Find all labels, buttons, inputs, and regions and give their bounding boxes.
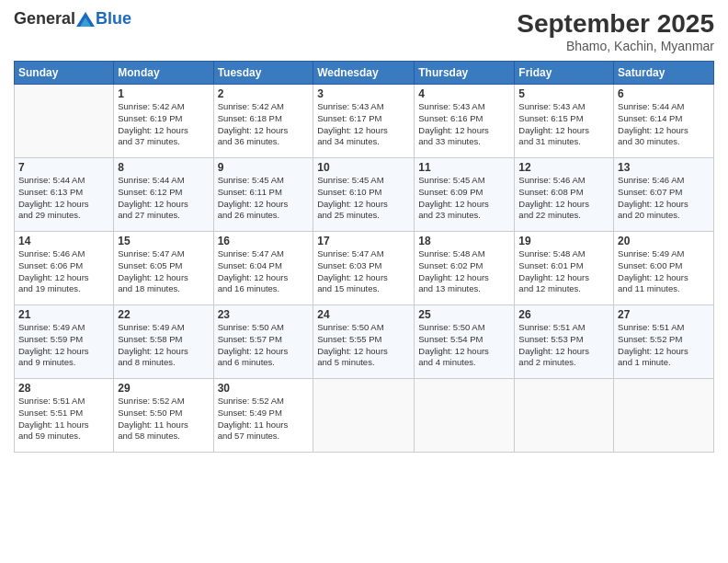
day-number: 23 xyxy=(218,308,310,321)
calendar-table: SundayMondayTuesdayWednesdayThursdayFrid… xyxy=(14,61,714,453)
col-header-wednesday: Wednesday xyxy=(313,62,415,85)
page: General Blue September 2025 Bhamo, Kachi… xyxy=(0,0,728,563)
week-row-3: 14Sunrise: 5:46 AM Sunset: 6:06 PM Dayli… xyxy=(15,232,714,305)
day-number: 22 xyxy=(118,308,209,321)
week-row-2: 7Sunrise: 5:44 AM Sunset: 6:13 PM Daylig… xyxy=(15,158,714,232)
day-info: Sunrise: 5:45 AM Sunset: 6:11 PM Dayligh… xyxy=(218,175,310,222)
day-number: 3 xyxy=(317,87,410,100)
day-number: 9 xyxy=(218,161,310,174)
calendar-cell: 30Sunrise: 5:52 AM Sunset: 5:49 PM Dayli… xyxy=(213,379,313,453)
day-number: 4 xyxy=(418,87,510,100)
calendar-cell: 5Sunrise: 5:43 AM Sunset: 6:15 PM Daylig… xyxy=(515,85,614,158)
day-number: 16 xyxy=(218,235,310,247)
day-number: 6 xyxy=(618,87,710,100)
calendar-cell: 16Sunrise: 5:47 AM Sunset: 6:04 PM Dayli… xyxy=(213,232,313,305)
calendar-cell: 20Sunrise: 5:49 AM Sunset: 6:00 PM Dayli… xyxy=(614,232,714,305)
day-info: Sunrise: 5:48 AM Sunset: 6:02 PM Dayligh… xyxy=(418,248,510,295)
calendar-cell: 2Sunrise: 5:42 AM Sunset: 6:18 PM Daylig… xyxy=(213,85,313,158)
title-block: September 2025 Bhamo, Kachin, Myanmar xyxy=(517,9,714,53)
day-number: 25 xyxy=(418,308,510,321)
logo: General Blue xyxy=(14,9,131,29)
calendar-cell: 23Sunrise: 5:50 AM Sunset: 5:57 PM Dayli… xyxy=(213,305,313,379)
day-number: 26 xyxy=(518,308,609,321)
calendar-cell: 14Sunrise: 5:46 AM Sunset: 6:06 PM Dayli… xyxy=(15,232,114,305)
day-info: Sunrise: 5:49 AM Sunset: 5:58 PM Dayligh… xyxy=(118,322,209,369)
day-number: 1 xyxy=(118,87,209,100)
day-number: 30 xyxy=(218,382,310,395)
day-info: Sunrise: 5:44 AM Sunset: 6:13 PM Dayligh… xyxy=(18,175,109,222)
day-info: Sunrise: 5:52 AM Sunset: 5:50 PM Dayligh… xyxy=(118,396,209,442)
day-number: 29 xyxy=(118,382,209,395)
day-info: Sunrise: 5:43 AM Sunset: 6:15 PM Dayligh… xyxy=(518,101,609,148)
calendar-cell xyxy=(15,85,114,158)
calendar-cell: 15Sunrise: 5:47 AM Sunset: 6:05 PM Dayli… xyxy=(114,232,213,305)
col-header-monday: Monday xyxy=(114,62,213,85)
day-info: Sunrise: 5:50 AM Sunset: 5:54 PM Dayligh… xyxy=(418,322,510,369)
day-number: 20 xyxy=(618,235,710,247)
day-number: 17 xyxy=(317,235,410,247)
calendar-cell: 12Sunrise: 5:46 AM Sunset: 6:08 PM Dayli… xyxy=(515,158,614,232)
day-info: Sunrise: 5:45 AM Sunset: 6:09 PM Dayligh… xyxy=(418,175,510,222)
calendar-cell: 18Sunrise: 5:48 AM Sunset: 6:02 PM Dayli… xyxy=(415,232,515,305)
day-info: Sunrise: 5:47 AM Sunset: 6:05 PM Dayligh… xyxy=(118,248,209,295)
day-info: Sunrise: 5:46 AM Sunset: 6:07 PM Dayligh… xyxy=(618,175,710,222)
day-number: 5 xyxy=(518,87,609,100)
calendar-cell: 24Sunrise: 5:50 AM Sunset: 5:55 PM Dayli… xyxy=(313,305,415,379)
day-number: 11 xyxy=(418,161,510,174)
calendar-cell: 10Sunrise: 5:45 AM Sunset: 6:10 PM Dayli… xyxy=(313,158,415,232)
day-number: 24 xyxy=(317,308,410,321)
calendar-cell: 13Sunrise: 5:46 AM Sunset: 6:07 PM Dayli… xyxy=(614,158,714,232)
calendar-cell: 9Sunrise: 5:45 AM Sunset: 6:11 PM Daylig… xyxy=(213,158,313,232)
day-info: Sunrise: 5:42 AM Sunset: 6:19 PM Dayligh… xyxy=(118,101,209,148)
day-info: Sunrise: 5:47 AM Sunset: 6:04 PM Dayligh… xyxy=(218,248,310,295)
col-header-saturday: Saturday xyxy=(614,62,714,85)
day-info: Sunrise: 5:49 AM Sunset: 5:59 PM Dayligh… xyxy=(18,322,109,369)
day-info: Sunrise: 5:51 AM Sunset: 5:52 PM Dayligh… xyxy=(618,322,710,369)
day-number: 12 xyxy=(518,161,609,174)
day-number: 18 xyxy=(418,235,510,247)
col-header-thursday: Thursday xyxy=(415,62,515,85)
day-number: 21 xyxy=(18,308,109,321)
calendar-cell: 3Sunrise: 5:43 AM Sunset: 6:17 PM Daylig… xyxy=(313,85,415,158)
calendar-cell xyxy=(515,379,614,453)
day-number: 15 xyxy=(118,235,209,247)
day-number: 7 xyxy=(18,161,109,174)
day-info: Sunrise: 5:48 AM Sunset: 6:01 PM Dayligh… xyxy=(518,248,609,295)
day-info: Sunrise: 5:46 AM Sunset: 6:06 PM Dayligh… xyxy=(18,248,109,295)
day-number: 28 xyxy=(18,382,109,395)
day-info: Sunrise: 5:50 AM Sunset: 5:55 PM Dayligh… xyxy=(317,322,410,369)
calendar-cell: 7Sunrise: 5:44 AM Sunset: 6:13 PM Daylig… xyxy=(15,158,114,232)
logo-blue-text: Blue xyxy=(96,9,131,29)
day-number: 14 xyxy=(18,235,109,247)
day-number: 2 xyxy=(218,87,310,100)
day-info: Sunrise: 5:44 AM Sunset: 6:14 PM Dayligh… xyxy=(618,101,710,148)
day-info: Sunrise: 5:44 AM Sunset: 6:12 PM Dayligh… xyxy=(118,175,209,222)
calendar-cell: 28Sunrise: 5:51 AM Sunset: 5:51 PM Dayli… xyxy=(15,379,114,453)
calendar-cell: 1Sunrise: 5:42 AM Sunset: 6:19 PM Daylig… xyxy=(114,85,213,158)
calendar-cell: 6Sunrise: 5:44 AM Sunset: 6:14 PM Daylig… xyxy=(614,85,714,158)
header: General Blue September 2025 Bhamo, Kachi… xyxy=(14,9,714,53)
calendar-cell: 29Sunrise: 5:52 AM Sunset: 5:50 PM Dayli… xyxy=(114,379,213,453)
col-header-sunday: Sunday xyxy=(15,62,114,85)
calendar-cell: 17Sunrise: 5:47 AM Sunset: 6:03 PM Dayli… xyxy=(313,232,415,305)
calendar-cell: 4Sunrise: 5:43 AM Sunset: 6:16 PM Daylig… xyxy=(415,85,515,158)
day-number: 27 xyxy=(618,308,710,321)
day-info: Sunrise: 5:43 AM Sunset: 6:16 PM Dayligh… xyxy=(418,101,510,148)
day-info: Sunrise: 5:45 AM Sunset: 6:10 PM Dayligh… xyxy=(317,175,410,222)
day-info: Sunrise: 5:46 AM Sunset: 6:08 PM Dayligh… xyxy=(518,175,609,222)
day-info: Sunrise: 5:51 AM Sunset: 5:51 PM Dayligh… xyxy=(18,396,109,442)
calendar-cell: 11Sunrise: 5:45 AM Sunset: 6:09 PM Dayli… xyxy=(415,158,515,232)
day-info: Sunrise: 5:43 AM Sunset: 6:17 PM Dayligh… xyxy=(317,101,410,148)
logo-general-text: General xyxy=(14,9,75,29)
day-info: Sunrise: 5:49 AM Sunset: 6:00 PM Dayligh… xyxy=(618,248,710,295)
calendar-header-row: SundayMondayTuesdayWednesdayThursdayFrid… xyxy=(15,62,714,85)
day-number: 13 xyxy=(618,161,710,174)
week-row-1: 1Sunrise: 5:42 AM Sunset: 6:19 PM Daylig… xyxy=(15,85,714,158)
logo-icon xyxy=(76,12,95,27)
day-number: 8 xyxy=(118,161,209,174)
calendar-cell: 25Sunrise: 5:50 AM Sunset: 5:54 PM Dayli… xyxy=(415,305,515,379)
day-info: Sunrise: 5:42 AM Sunset: 6:18 PM Dayligh… xyxy=(218,101,310,148)
day-number: 10 xyxy=(317,161,410,174)
day-number: 19 xyxy=(518,235,609,247)
day-info: Sunrise: 5:51 AM Sunset: 5:53 PM Dayligh… xyxy=(518,322,609,369)
